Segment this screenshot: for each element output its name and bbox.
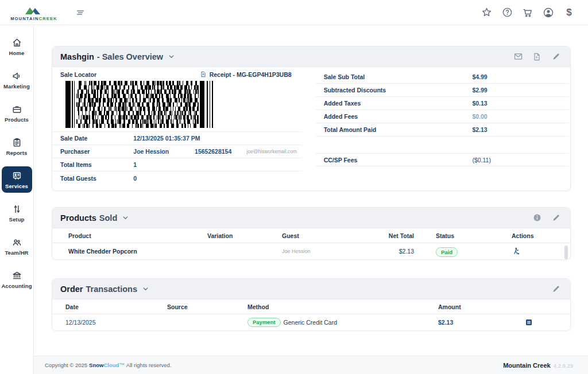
product-name: White Chedder Popcorn xyxy=(52,248,207,255)
info-icon[interactable] xyxy=(532,213,542,223)
order-transactions-title[interactable]: Order Transactions xyxy=(60,285,149,294)
total-label: Subtracted Discounts xyxy=(324,87,473,94)
detail-label: Total Items xyxy=(60,161,133,168)
vertical-scrollbar[interactable] xyxy=(564,246,568,259)
purchaser-phone: 15652628154 xyxy=(195,148,246,155)
status-badge: Paid xyxy=(436,247,458,257)
ccsp-fees-label: CC/SP Fees xyxy=(324,157,473,163)
sale-locator-label: Sale Locator xyxy=(60,71,96,78)
billing-dollar-icon[interactable]: $ xyxy=(563,6,575,19)
product-status-cell: Paid xyxy=(414,246,483,257)
sales-overview-title[interactable]: Mashgin - Sales Overview xyxy=(60,52,175,61)
col-net-total: Net Total xyxy=(380,232,414,239)
total-value: $0.00 xyxy=(472,113,563,120)
sidebar-item-marketing[interactable]: Marketing xyxy=(2,67,32,93)
col-method: Method xyxy=(247,303,438,310)
col-guest: Guest xyxy=(282,232,380,239)
totals-row-taxes: Added Taxes $0.13 xyxy=(316,97,569,110)
favorites-star-icon[interactable] xyxy=(480,6,493,19)
sales-overview-card: Mashgin - Sales Overview Sale Locat xyxy=(52,46,571,191)
detail-row-total-guests: Total Guests 0 xyxy=(52,172,302,185)
footer: Copyright © 2025 Snow Cloud™ All rights … xyxy=(34,356,588,374)
sale-detail-column: Sale Locator Receipt - MG-EGP4H1P3UB8 xyxy=(52,67,302,185)
footer-version: 4.2.9.29 xyxy=(554,363,573,369)
detail-row-sale-date: Sale Date 12/13/2025 01:35:37 PM xyxy=(52,132,302,145)
transaction-row: 12/13/2025 Payment Generic Credit Card $… xyxy=(52,314,570,330)
edit-pencil-icon[interactable] xyxy=(551,213,561,223)
transactions-table-header: Date Source Method Amount xyxy=(52,299,570,314)
transaction-date: 12/13/2025 xyxy=(52,319,167,326)
sidebar-label: Reports xyxy=(6,150,28,156)
totals-row-fees: Added Fees $0.00 xyxy=(316,110,569,123)
sales-overview-body: Sale Locator Receipt - MG-EGP4H1P3UB8 xyxy=(52,67,570,190)
email-icon[interactable] xyxy=(513,52,523,62)
transaction-actions-cell xyxy=(519,318,570,326)
sidebar-item-services[interactable]: Services xyxy=(2,166,32,193)
guest-walk-action-icon[interactable] xyxy=(512,247,522,256)
copyright-text: Copyright © 2025 Snow Cloud™ All rights … xyxy=(45,362,172,368)
sidebar-label: Services xyxy=(5,183,28,189)
total-label: Total Amount Paid xyxy=(324,126,473,133)
sidebar-item-products[interactable]: Products xyxy=(2,100,32,126)
brand-logo[interactable]: MOUNTAINCREEK xyxy=(0,3,68,21)
product-actions-cell xyxy=(483,247,570,256)
products-sold-title[interactable]: Products Sold xyxy=(60,213,129,223)
col-product: Product xyxy=(52,232,207,239)
sidebar-item-home[interactable]: Home xyxy=(2,33,32,60)
title-secondary: Sold xyxy=(99,213,117,223)
detail-value: 1 xyxy=(133,161,195,168)
sidebar-nav: Home Marketing Products Reports Services… xyxy=(0,25,34,374)
team-people-icon xyxy=(11,237,22,248)
sales-overview-actions xyxy=(513,52,561,62)
sidebar-item-setup[interactable]: Setup xyxy=(2,200,32,226)
edit-pencil-icon[interactable] xyxy=(551,284,561,294)
footer-brand-cloud[interactable]: Cloud™ xyxy=(103,362,124,368)
sidebar-item-reports[interactable]: Reports xyxy=(2,133,32,159)
title-primary: Mashgin xyxy=(60,52,94,61)
megaphone-icon xyxy=(11,71,22,81)
detail-label: Purchaser xyxy=(60,148,133,155)
edit-pencil-icon[interactable] xyxy=(551,52,561,62)
totals-row-paid: Total Amount Paid $2.13 xyxy=(316,123,569,137)
receipt-link[interactable]: Receipt - MG-EGP4H1P3UB8 xyxy=(200,71,292,78)
detail-row-total-items: Total Items 1 xyxy=(52,158,302,172)
purchaser-name: Joe Hession xyxy=(133,148,195,155)
detail-label: Sale Date xyxy=(60,135,133,142)
chevron-down-icon xyxy=(168,53,175,60)
chevron-down-icon xyxy=(122,214,129,221)
briefcase-icon xyxy=(11,104,22,115)
transaction-details-icon[interactable] xyxy=(525,318,535,326)
cart-icon[interactable] xyxy=(521,6,534,19)
col-amount: Amount xyxy=(438,303,519,310)
products-sold-header: Products Sold xyxy=(52,208,570,228)
sale-totals-column: Sale Sub Total $4.99 Subtracted Discount… xyxy=(316,67,570,185)
detail-value: 12/13/2025 01:35:37 PM xyxy=(133,135,296,142)
order-transactions-card: Order Transactions Date Source Method Am… xyxy=(52,278,571,331)
sidebar-label: Products xyxy=(5,116,29,123)
sidebar-collapse-icon[interactable] xyxy=(76,9,85,17)
footer-site-name: Mountain Creek xyxy=(503,362,551,369)
copyright-prefix: Copyright © 2025 xyxy=(45,362,87,368)
pdf-file-icon[interactable] xyxy=(532,52,542,62)
content-scroll-area: Mashgin - Sales Overview Sale Locat xyxy=(34,25,588,356)
copyright-suffix: All rights reserved. xyxy=(126,362,172,368)
products-table-header: Product Variation Guest Net Total Status… xyxy=(52,228,570,243)
help-icon[interactable] xyxy=(501,6,513,19)
ccsp-fees-value: ($0.11) xyxy=(472,157,563,163)
totals-spacer xyxy=(316,137,569,153)
sidebar-item-accounting[interactable]: Accounting xyxy=(2,266,32,293)
account-icon[interactable] xyxy=(542,6,555,19)
detail-value: 0 xyxy=(133,175,195,182)
order-transactions-actions xyxy=(551,284,561,294)
footer-brand-snow[interactable]: Snow xyxy=(89,362,103,368)
sidebar-item-team-hr[interactable]: Team/HR xyxy=(2,233,32,259)
topbar-actions: $ xyxy=(480,6,588,19)
products-sold-card: Products Sold Product Variation Guest Ne… xyxy=(52,207,571,260)
sliders-icon xyxy=(11,204,22,215)
home-icon xyxy=(11,37,22,48)
clipboard-icon xyxy=(11,137,22,148)
sidebar-label: Home xyxy=(9,50,25,56)
sidebar-label: Team/HR xyxy=(5,250,28,256)
products-sold-actions xyxy=(532,213,561,223)
bank-icon xyxy=(11,270,22,281)
